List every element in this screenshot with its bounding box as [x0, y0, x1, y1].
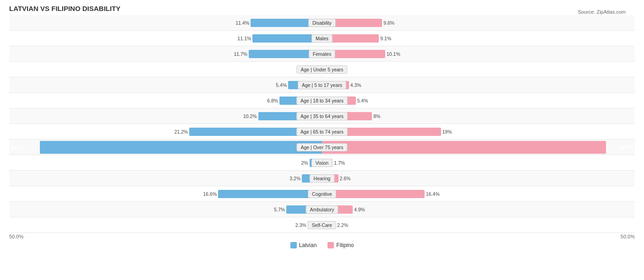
- left-section: 3.2%: [9, 171, 322, 186]
- latvian-bar: [40, 141, 322, 154]
- axis-right: 50.0%: [621, 234, 635, 239]
- bar-area: 2.3%2.2%Self-Care: [9, 217, 635, 233]
- table-row: 11.1%9.1%Males: [9, 31, 635, 46]
- filipino-value: 8%: [373, 113, 380, 119]
- filipino-value: 2.6%: [340, 176, 351, 181]
- left-section: 5.4%: [9, 77, 322, 93]
- table-row: 3.2%2.6%Hearing: [9, 171, 635, 186]
- right-section: 5.4%: [322, 93, 635, 108]
- center-label-wrap: Age | 5 to 17 years: [298, 81, 346, 89]
- source-label: Source: ZipAtlas.com: [578, 9, 626, 15]
- bar-label: Age | Under 5 years: [296, 65, 347, 74]
- filipino-value: 4.3%: [350, 82, 361, 88]
- right-section: 9.6%: [322, 15, 635, 31]
- latvian-value: 6.8%: [267, 98, 278, 103]
- bar-label: Age | 5 to 17 years: [298, 81, 346, 89]
- legend-filipino: Filipino: [327, 242, 354, 248]
- bar-label: Ambulatory: [306, 205, 338, 214]
- bar-area: 6.8%5.4%Age | 18 to 34 years: [9, 93, 635, 108]
- axis-labels: 50.0% 50.0%: [9, 234, 635, 239]
- filipino-value: 9.1%: [380, 36, 391, 41]
- right-section: 2.6%: [322, 171, 635, 186]
- bar-label: Age | 35 to 64 years: [296, 112, 348, 120]
- right-section: 2.2%: [322, 217, 635, 233]
- left-section: 2%: [9, 155, 322, 171]
- legend: Latvian Filipino: [9, 242, 635, 248]
- bar-area: 11.7%10.1%Females: [9, 46, 635, 62]
- right-section: 8%: [322, 108, 635, 124]
- bar-area: 1.3%1.1%Age | Under 5 years: [9, 62, 635, 77]
- filipino-value: 1.7%: [334, 160, 345, 166]
- latvian-value: 11.7%: [234, 51, 247, 57]
- latvian-color-box: [290, 242, 297, 248]
- filipino-value: 9.6%: [383, 20, 394, 26]
- center-label-wrap: Females: [309, 50, 335, 58]
- center-label-wrap: Disability: [308, 19, 336, 27]
- right-section: 1.1%: [322, 62, 635, 77]
- latvian-value: 16.6%: [203, 191, 217, 197]
- left-section: 16.6%: [9, 186, 322, 202]
- center-label-wrap: Age | 18 to 34 years: [296, 97, 348, 105]
- filipino-bar: [322, 190, 425, 198]
- table-row: 2.3%2.2%Self-Care: [9, 217, 635, 233]
- chart-container: 11.4%9.6%Disability11.1%9.1%Males11.7%10…: [9, 15, 635, 233]
- table-row: 11.4%9.6%Disability: [9, 15, 635, 31]
- center-label-wrap: Age | 65 to 74 years: [296, 128, 348, 136]
- table-row: 2%1.7%Vision: [9, 155, 635, 171]
- table-row: 5.4%4.3%Age | 5 to 17 years: [9, 77, 635, 93]
- bar-label: Cognitive: [308, 190, 336, 198]
- right-section: 9.1%: [322, 31, 635, 46]
- chart-title: LATVIAN VS FILIPINO DISABILITY: [9, 5, 635, 12]
- latvian-bar: [218, 190, 322, 198]
- bar-area: 11.1%9.1%Males: [9, 31, 635, 46]
- chart-wrapper: 11.4%9.6%Disability11.1%9.1%Males11.7%10…: [9, 15, 635, 248]
- bar-area: 3.2%2.6%Hearing: [9, 171, 635, 186]
- right-section: 45.4%: [322, 140, 635, 155]
- bar-area: 5.4%4.3%Age | 5 to 17 years: [9, 77, 635, 93]
- bar-area: 2%1.7%Vision: [9, 155, 635, 171]
- table-row: 45.1%45.4%Age | Over 75 years: [9, 140, 635, 155]
- center-label-wrap: Self-Care: [308, 221, 336, 229]
- latvian-value: 11.4%: [236, 20, 250, 26]
- left-section: 11.4%: [9, 15, 322, 31]
- right-section: 16.4%: [322, 186, 635, 202]
- left-section: 5.7%: [9, 202, 322, 217]
- table-row: 1.3%1.1%Age | Under 5 years: [9, 62, 635, 77]
- left-section: 11.1%: [9, 31, 322, 46]
- latvian-value: 10.2%: [243, 113, 257, 119]
- center-label-wrap: Cognitive: [308, 190, 336, 198]
- filipino-bar: [322, 141, 606, 154]
- bar-area: 45.1%45.4%Age | Over 75 years: [9, 140, 635, 155]
- legend-latvian: Latvian: [290, 242, 317, 248]
- filipino-value: 5.4%: [357, 98, 368, 103]
- center-label-wrap: Vision: [311, 159, 333, 167]
- bar-area: 11.4%9.6%Disability: [9, 15, 635, 31]
- bar-area: 5.7%4.9%Ambulatory: [9, 202, 635, 217]
- latvian-value: 5.7%: [274, 207, 285, 212]
- center-label-wrap: Hearing: [310, 174, 335, 183]
- filipino-value: 19%: [442, 129, 452, 135]
- left-section: 2.3%: [9, 217, 322, 233]
- filipino-legend-label: Filipino: [336, 242, 354, 248]
- filipino-value: 10.1%: [387, 51, 400, 57]
- right-section: 4.3%: [322, 77, 635, 93]
- right-section: 10.1%: [322, 46, 635, 62]
- latvian-value: 45.1%: [11, 145, 25, 150]
- left-section: 1.3%: [9, 62, 322, 77]
- axis-left: 50.0%: [9, 234, 23, 239]
- bar-label: Self-Care: [308, 221, 336, 229]
- filipino-value: 2.2%: [337, 222, 348, 228]
- left-section: 10.2%: [9, 108, 322, 124]
- bar-label: Age | Over 75 years: [296, 143, 347, 151]
- bar-label: Vision: [311, 159, 333, 167]
- center-label-wrap: Age | 35 to 64 years: [296, 112, 348, 120]
- left-section: 6.8%: [9, 93, 322, 108]
- bar-area: 10.2%8%Age | 35 to 64 years: [9, 108, 635, 124]
- right-section: 1.7%: [322, 155, 635, 171]
- center-label-wrap: Age | Over 75 years: [296, 143, 347, 151]
- filipino-color-box: [327, 242, 334, 248]
- latvian-legend-label: Latvian: [299, 242, 317, 248]
- bar-label: Males: [311, 34, 333, 43]
- table-row: 10.2%8%Age | 35 to 64 years: [9, 108, 635, 124]
- right-section: 19%: [322, 124, 635, 140]
